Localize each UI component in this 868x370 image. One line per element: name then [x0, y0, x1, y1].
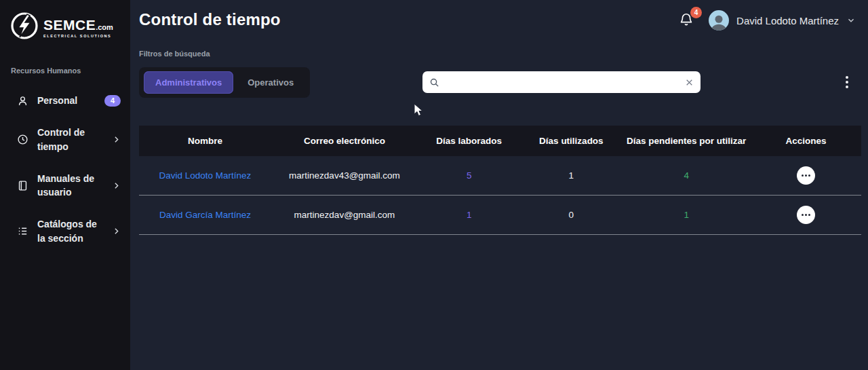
- tab-administrativos[interactable]: Administrativos: [144, 71, 233, 94]
- user-name: David Lodoto Martínez: [736, 15, 839, 26]
- main-content: Control de tiempo 4 David Lodoto Martíne…: [130, 0, 868, 370]
- brand-tagline: ELECTRICAL SOLUTIONS: [43, 34, 113, 38]
- chevron-right-icon: [112, 227, 121, 236]
- employee-name-link[interactable]: David Lodoto Martínez: [139, 170, 271, 181]
- ellipsis-icon: [802, 214, 804, 216]
- dias-pendientes-value: 1: [622, 210, 751, 220]
- sidebar-item-label: Control de tiempo: [37, 126, 101, 153]
- user-menu[interactable]: David Lodoto Martínez: [709, 10, 856, 31]
- tab-operativos[interactable]: Operativos: [236, 71, 305, 94]
- row-actions-button[interactable]: [797, 166, 815, 185]
- employee-email: martinezdav43@gmail.com: [271, 170, 418, 181]
- column-header-nombre: Nombre: [139, 136, 271, 146]
- dias-pendientes-value: 4: [622, 170, 751, 181]
- column-header-laborados: Días laborados: [418, 136, 520, 146]
- notifications-button[interactable]: 4: [679, 12, 695, 29]
- sidebar: SEMCE.com ELECTRICAL SOLUTIONS Recursos …: [0, 0, 130, 370]
- notifications-badge: 4: [690, 7, 702, 18]
- search-input[interactable]: [445, 77, 679, 88]
- dias-utilizados-value: 0: [520, 210, 622, 220]
- column-header-pendientes: Días pendientes por utilizar: [622, 136, 751, 146]
- topbar-right: 4 David Lodoto Martínez: [679, 7, 856, 34]
- sidebar-item-catalogos[interactable]: Catálogos de la sección: [0, 210, 130, 252]
- employee-name-link[interactable]: David García Martínez: [139, 210, 271, 220]
- clear-search-icon[interactable]: [685, 78, 694, 87]
- avatar: [709, 10, 729, 31]
- sidebar-item-label: Personal: [37, 94, 96, 107]
- dias-utilizados-value: 1: [520, 170, 622, 181]
- sidebar-section-label: Recursos Humanos: [0, 67, 130, 75]
- dias-laborados-value: 1: [418, 210, 520, 220]
- filters-label: Filtros de búsqueda: [139, 50, 210, 58]
- brand-tld: .com: [96, 23, 113, 31]
- list-icon: [16, 225, 28, 237]
- employee-email: martinezdav@gmail.com: [271, 210, 418, 220]
- brand-logo: SEMCE.com ELECTRICAL SOLUTIONS: [0, 0, 130, 43]
- table-header-row: Nombre Correo electrónico Días laborados…: [139, 126, 861, 156]
- lightning-bolt-icon: [9, 11, 39, 43]
- clock-icon: [16, 134, 28, 145]
- sidebar-item-personal[interactable]: Personal 4: [0, 87, 130, 114]
- mouse-cursor: [414, 103, 425, 121]
- column-header-correo: Correo electrónico: [271, 136, 418, 146]
- sidebar-item-manuales-de-usuario[interactable]: Manuales de usuario: [0, 165, 130, 206]
- employees-table: Nombre Correo electrónico Días laborados…: [139, 126, 861, 235]
- personal-count-badge: 4: [104, 95, 121, 107]
- table-row: David Lodoto Martínez martinezdav43@gmai…: [139, 156, 861, 196]
- dias-laborados-value: 5: [418, 170, 520, 181]
- table-row: David García Martínez martinezdav@gmail.…: [139, 196, 861, 235]
- chevron-right-icon: [112, 135, 121, 144]
- person-icon: [16, 95, 28, 107]
- sidebar-item-label: Manuales de usuario: [37, 172, 101, 200]
- search-icon: [429, 77, 439, 88]
- book-icon: [16, 180, 28, 191]
- sidebar-item-label: Catálogos de la sección: [37, 217, 101, 245]
- sidebar-nav: Personal 4 Control de tiempo Manuales de…: [0, 87, 130, 252]
- row-actions-button[interactable]: [797, 206, 815, 224]
- search-box: [422, 71, 701, 93]
- page-title: Control de tiempo: [139, 10, 281, 29]
- filter-tabs: Administrativos Operativos: [139, 67, 310, 98]
- bell-icon: [679, 18, 694, 29]
- more-options-button[interactable]: [840, 72, 854, 92]
- column-header-utilizados: Días utilizados: [520, 136, 622, 146]
- ellipsis-icon: [802, 174, 804, 177]
- brand-name: SEMCE: [43, 17, 96, 33]
- sidebar-item-control-de-tiempo[interactable]: Control de tiempo: [0, 119, 130, 160]
- column-header-acciones: Acciones: [751, 136, 861, 146]
- chevron-right-icon: [112, 181, 121, 190]
- chevron-down-icon: [846, 16, 856, 25]
